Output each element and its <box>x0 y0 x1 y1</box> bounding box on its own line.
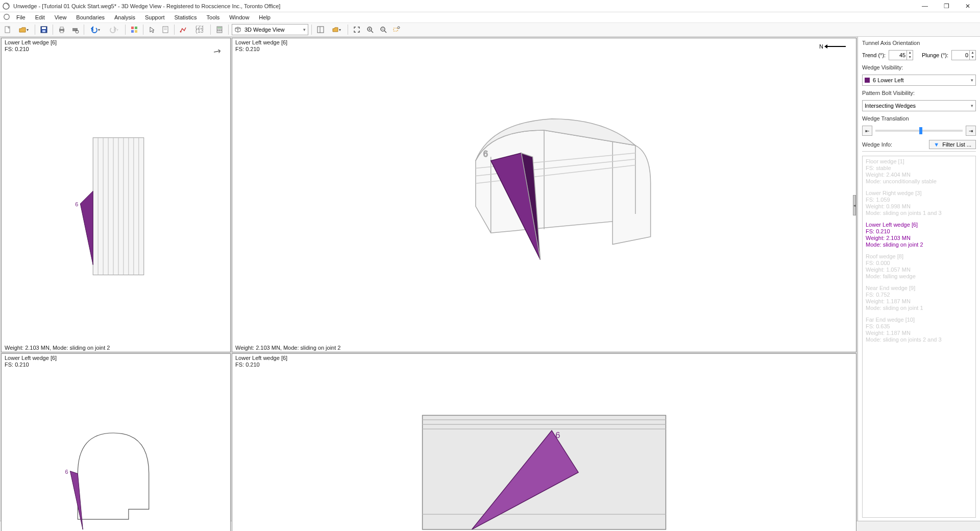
svg-rect-23 <box>217 30 218 31</box>
wedge-info-item[interactable]: Near End wedge [9]FS: 0.752Weight: 1.187… <box>866 285 972 311</box>
axis-title: Tunnel Axis Orientation <box>862 40 976 46</box>
viewport-header: Lower Left wedge [6] FS: 0.210 <box>2 354 230 369</box>
svg-line-33 <box>384 31 386 33</box>
svg-rect-5 <box>42 30 45 32</box>
viewport-footer: Weight: 2.103 MN, Mode: sliding on joint… <box>232 344 856 352</box>
title-bar: Unwedge - [Tutorial 01 Quick Start.weg5*… <box>0 0 980 12</box>
zoom-out-icon[interactable] <box>378 24 389 35</box>
wedge-info-item[interactable]: Floor wedge [1]FS: stableWeight: 2.404 M… <box>866 158 972 185</box>
svg-rect-12 <box>135 27 137 29</box>
panel-collapse-grip[interactable]: ◂ <box>853 195 856 215</box>
viewport-3d[interactable]: Lower Left wedge [6] FS: 0.210 N <box>232 38 856 352</box>
svg-rect-4 <box>42 27 46 29</box>
save-icon[interactable] <box>38 24 50 35</box>
close-button[interactable]: ✕ <box>958 1 978 12</box>
svg-text:6: 6 <box>75 201 78 207</box>
svg-text:6: 6 <box>65 469 68 475</box>
bolt-visibility-title: Pattern Bolt Visibility: <box>862 90 976 96</box>
svg-rect-14 <box>135 30 137 33</box>
maximize-button[interactable]: ❐ <box>936 1 957 12</box>
menu-edit[interactable]: Edit <box>32 14 48 20</box>
svg-text:6: 6 <box>555 430 560 440</box>
bolt-visibility-value: Intersecting Wedges <box>865 103 916 109</box>
wedge-info-list[interactable]: Floor wedge [1]FS: stableWeight: 2.404 M… <box>862 156 976 518</box>
new-file-icon[interactable] <box>2 24 13 35</box>
grid-icon[interactable] <box>129 24 140 35</box>
undo-icon[interactable]: ▾ <box>87 24 104 35</box>
viewport-header: Lower Left wedge [6] FS: 0.210 <box>232 38 856 54</box>
panel-icon[interactable] <box>315 24 326 35</box>
translation-slider[interactable] <box>875 130 963 132</box>
calculator-icon[interactable] <box>214 24 225 35</box>
wedge-visibility-value: 6 Lower Left <box>873 77 904 83</box>
wedge-visibility-select[interactable]: 6 Lower Left ▾ <box>862 75 976 86</box>
svg-point-36 <box>398 27 400 29</box>
svg-rect-9 <box>72 28 78 31</box>
translation-reset-right[interactable]: ⇥ <box>966 126 976 136</box>
visibility-title: Wedge Visibility: <box>862 64 976 70</box>
print-preview-icon[interactable] <box>69 24 81 35</box>
menu-statistics[interactable]: Statistics <box>172 14 200 20</box>
svg-rect-22 <box>217 27 222 29</box>
viewport-footer: Weight: 2.103 MN, Mode: sliding on joint… <box>2 344 230 352</box>
menu-window[interactable]: Window <box>226 14 252 20</box>
folder-icon[interactable]: ▾ <box>328 24 345 35</box>
viewport-section[interactable]: Lower Left wedge [6] FS: 0.210 6 Weight:… <box>1 353 231 531</box>
plunge-label: Plunge (°): <box>922 52 948 58</box>
plunge-spinner[interactable]: ▲▼ <box>951 50 976 60</box>
wedge-info-title: Wedge Info: <box>862 141 892 148</box>
translation-reset-left[interactable]: ⇤ <box>862 126 872 136</box>
view-selector-label: 3D Wedge View <box>244 27 284 33</box>
svg-point-1 <box>4 14 10 20</box>
menu-bar: File Edit View Boundaries Analysis Suppo… <box>0 12 980 22</box>
print-icon[interactable] <box>56 24 67 35</box>
minimize-button[interactable]: — <box>915 1 935 12</box>
plunge-input[interactable] <box>952 52 969 58</box>
window-title: Unwedge - [Tutorial 01 Quick Start.weg5*… <box>13 3 915 9</box>
svg-point-18 <box>180 31 182 33</box>
svg-rect-26 <box>317 27 324 33</box>
menu-boundaries[interactable]: Boundaries <box>73 14 108 20</box>
trend-label: Trend (°): <box>862 52 886 58</box>
svg-rect-25 <box>220 30 222 31</box>
wedge-color-swatch <box>865 78 870 83</box>
fit-icon[interactable] <box>351 24 362 35</box>
zoom-in-icon[interactable] <box>364 24 376 35</box>
cube-icon <box>234 26 241 33</box>
dimension-icon[interactable]: (233)(134) <box>191 24 207 35</box>
viewport-top[interactable]: Lower Left wedge [6] FS: 0.210 ↗ <box>1 38 231 352</box>
viewport-header: Lower Left wedge [6] FS: 0.210 <box>2 38 230 54</box>
trend-spinner[interactable]: ▲▼ <box>889 50 913 60</box>
bolt-visibility-select[interactable]: Intersecting Wedges ▾ <box>862 100 976 111</box>
workspace: Lower Left wedge [6] FS: 0.210 ↗ <box>0 37 980 521</box>
viewport-header: Lower Left wedge [6] FS: 0.210 <box>232 354 856 369</box>
open-file-icon[interactable]: ▾ <box>15 24 32 35</box>
pointer-icon[interactable] <box>146 24 158 35</box>
menu-file[interactable]: File <box>13 14 29 20</box>
filter-list-button[interactable]: ▼ Filter List ... <box>929 140 976 149</box>
menu-tools[interactable]: Tools <box>204 14 223 20</box>
viewport-grid: Lower Left wedge [6] FS: 0.210 ↗ <box>0 37 857 521</box>
viewport-plan[interactable]: Lower Left wedge [6] FS: 0.210 6 We <box>232 353 856 531</box>
wedge-info-item[interactable]: Lower Left wedge [6]FS: 0.210Weight: 2.1… <box>866 222 972 248</box>
menu-analysis[interactable]: Analysis <box>111 14 138 20</box>
zoom-window-icon[interactable] <box>391 24 402 35</box>
menu-support[interactable]: Support <box>142 14 168 20</box>
filter-label: Filter List ... <box>942 141 971 148</box>
redo-icon[interactable]: ▾ <box>106 24 122 35</box>
wedge-info-item[interactable]: Lower Right wedge [3]FS: 1.059Weight: 0.… <box>866 190 972 216</box>
analysis-icon[interactable] <box>178 24 189 35</box>
side-panel: Tunnel Axis Orientation Trend (°): ▲▼ Pl… <box>857 37 980 521</box>
toolbar: ▾ ▾ ▾ (233)(134) 3D Wedge View ▾ ▾ <box>0 22 980 37</box>
menu-help[interactable]: Help <box>256 14 274 20</box>
wedge-info-item[interactable]: Far End wedge [10]FS: 0.635Weight: 1.187… <box>866 317 972 343</box>
document-icon[interactable] <box>160 24 171 35</box>
svg-text:6: 6 <box>483 149 488 158</box>
wedge-info-item[interactable]: Roof wedge [8]FS: 0.000Weight: 1.057 MNM… <box>866 253 972 280</box>
menu-view[interactable]: View <box>52 14 70 20</box>
view-selector[interactable]: 3D Wedge View ▾ <box>232 24 308 35</box>
svg-rect-7 <box>60 27 63 29</box>
svg-point-0 <box>3 3 9 9</box>
svg-rect-8 <box>60 31 63 33</box>
trend-input[interactable] <box>889 52 906 58</box>
